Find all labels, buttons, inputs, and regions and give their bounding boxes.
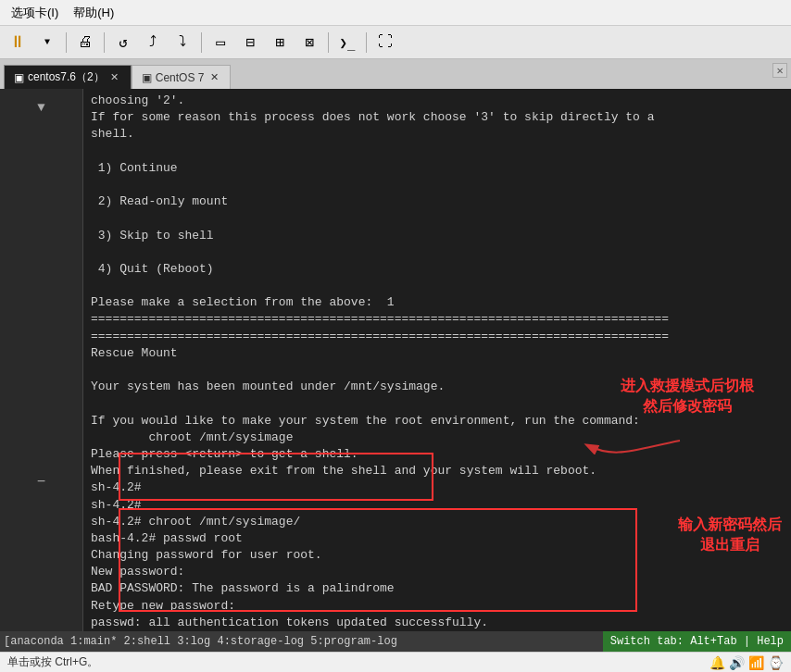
tab-bar: ▣ centos7.6（2） ✕ ▣ CentOS 7 ✕ ✕ [0,59,791,89]
status-bar-main: [anaconda 1:main* 2:shell 3:log 4:storag… [0,631,603,652]
tab-label-1: centos7.6（2） [28,69,105,85]
menu-help[interactable]: 帮助(H) [66,3,121,23]
sys-icon-1: 🔔 [709,655,725,670]
left-panel: ▼ − [0,89,83,631]
menu-tab[interactable]: 选项卡(I) [4,3,66,23]
scroll-up-btn[interactable]: ▼ [33,96,48,118]
fullscreen-btn[interactable]: ⛶ [371,30,399,56]
sep5 [366,32,367,53]
flip-h-btn[interactable]: ⊞ [266,30,294,56]
terminal-output[interactable]: choosing '2'. If for some reason this pr… [83,89,791,631]
sep3 [201,32,202,53]
tab-icon-2: ▣ [142,71,152,84]
tab-close-1[interactable]: ✕ [108,71,121,84]
sep2 [104,32,105,53]
bottom-bar: 单击或按 Ctrl+G。 🔔 🔊 📶 ⌚ [0,652,791,672]
arrow-top [559,376,708,468]
toolbar: ⏸ ▼ 🖨 ↺ ⤴ ⤵ ▭ ⊟ ⊞ ⊠ ❯_ ⛶ [0,26,791,59]
tab-label-2: CentOS 7 [156,71,205,84]
status-tabs: [anaconda 1:main* 2:shell 3:log 4:storag… [4,635,397,648]
window1-btn[interactable]: ▭ [207,30,234,56]
tab-icon-1: ▣ [14,71,24,84]
status-bar-right: Switch tab: Alt+Tab | Help [603,631,791,652]
pause-btn[interactable]: ⏸ [4,30,31,56]
status-bar-row: [anaconda 1:main* 2:shell 3:log 4:storag… [0,631,791,652]
bottom-hint: 单击或按 Ctrl+G。 [7,654,98,670]
tab-centos7[interactable]: ▣ CentOS 7 ✕ [132,65,232,89]
sep4 [328,32,329,53]
sys-icon-3: 📶 [748,655,764,670]
refresh-left-btn[interactable]: ↺ [109,30,137,56]
sys-icon-4: ⌚ [768,655,784,670]
status-switch: Switch tab: Alt+Tab | Help [610,635,784,648]
tab-close-2[interactable]: ✕ [207,71,220,84]
main-content: ▼ − choosing '2'. If for some reason thi… [0,89,791,631]
tab-centos76-2[interactable]: ▣ centos7.6（2） ✕ [4,65,132,89]
dropdown-btn[interactable]: ▼ [33,30,61,56]
panel-close-btn[interactable]: ✕ [772,63,787,78]
minimize-btn[interactable]: − [33,470,50,494]
window2-btn[interactable]: ⊟ [236,30,264,56]
sep1 [66,32,67,53]
flip-v-btn[interactable]: ⊠ [295,30,323,56]
print-btn[interactable]: 🖨 [71,30,99,56]
download-btn[interactable]: ⤵ [169,30,196,56]
menu-bar: 选项卡(I) 帮助(H) [0,0,791,26]
cmd-btn[interactable]: ❯_ [333,30,361,56]
sys-icon-2: 🔊 [729,655,745,670]
annotation-bottom: 输入新密码然后 退出重启 [678,515,782,556]
upload-btn[interactable]: ⤴ [139,30,167,56]
bottom-icons: 🔔 🔊 📶 ⌚ [709,655,784,670]
